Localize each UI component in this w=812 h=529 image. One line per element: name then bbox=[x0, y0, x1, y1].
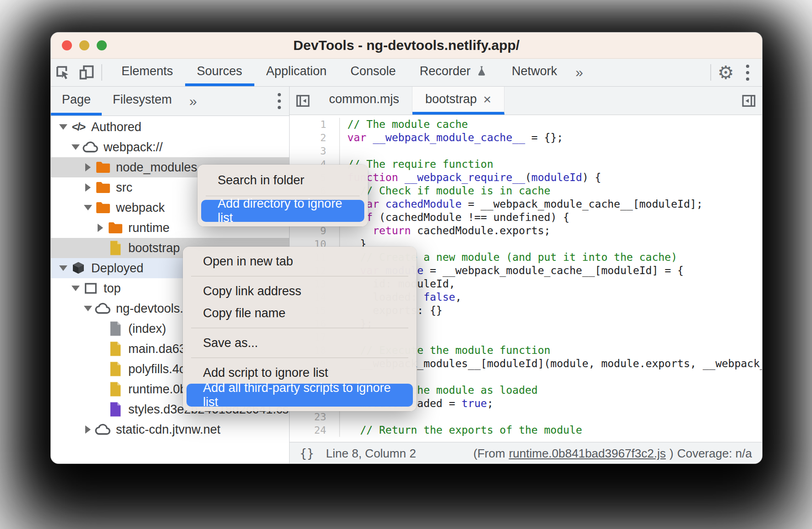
tab-label: Application bbox=[266, 64, 327, 78]
menu-item-copy-link-address[interactable]: Copy link address bbox=[183, 280, 417, 302]
sourcemap-from-suffix: ) bbox=[669, 446, 674, 461]
code-text bbox=[340, 410, 347, 424]
sidebar-more-tabs-icon[interactable]: » bbox=[183, 87, 203, 116]
window-title: DevTools - ng-devtools.netlify.app/ bbox=[51, 38, 762, 53]
line-number[interactable]: 24 bbox=[290, 424, 340, 437]
cloud-icon bbox=[94, 302, 112, 315]
menu-item-save-as-[interactable]: Save as... bbox=[183, 332, 417, 354]
disclosure-down-icon[interactable] bbox=[70, 286, 82, 291]
menu-separator bbox=[191, 358, 408, 358]
tab-network[interactable]: Network bbox=[500, 59, 569, 86]
toggle-navigator-icon[interactable] bbox=[290, 87, 316, 115]
sourcemap-file-link[interactable]: runtime.0b841bad3967f3c2.js bbox=[509, 446, 666, 461]
file-icon bbox=[106, 402, 125, 417]
tree-item-label: polyfills.4c bbox=[128, 362, 186, 376]
disclosure-right-icon[interactable] bbox=[82, 183, 94, 192]
sidebar-kebab-icon[interactable] bbox=[269, 88, 289, 114]
disclosure-down-icon[interactable] bbox=[82, 306, 94, 311]
menu-item-search-in-folder[interactable]: Search in folder bbox=[198, 168, 368, 192]
panel-tabs: ElementsSourcesApplicationConsoleRecorde… bbox=[110, 59, 569, 86]
disclosure-down-icon[interactable] bbox=[82, 205, 94, 210]
file-icon bbox=[106, 381, 125, 397]
line-number[interactable]: 3 bbox=[290, 144, 340, 158]
tab-elements[interactable]: Elements bbox=[110, 59, 185, 86]
tree-item-static-cdn-jtvnw-net[interactable]: static-cdn.jtvnw.net bbox=[51, 419, 289, 440]
code-line[interactable]: 2var __webpack_module_cache__ = {}; bbox=[290, 131, 762, 144]
editor-tab-common-mjs[interactable]: common.mjs bbox=[316, 87, 412, 115]
code-text: // Return the exports of the module bbox=[340, 424, 582, 437]
menu-separator bbox=[191, 328, 408, 328]
editor-tab-bootstrap[interactable]: bootstrap× bbox=[412, 87, 505, 115]
line-number[interactable]: 1 bbox=[290, 118, 340, 131]
code-text: function __webpack_require__(moduleId) { bbox=[340, 171, 601, 184]
tree-item-label: Deployed bbox=[91, 261, 143, 276]
code-text: // The module cache bbox=[340, 118, 468, 131]
disclosure-down-icon[interactable] bbox=[57, 265, 69, 271]
titlebar: DevTools - ng-devtools.netlify.app/ bbox=[51, 33, 762, 59]
sidebar-tab-filesystem[interactable]: Filesystem bbox=[102, 87, 183, 116]
editor-statusbar: {} Line 8, Column 2 (From runtime.0b841b… bbox=[290, 442, 762, 464]
disclosure-right-icon[interactable] bbox=[94, 224, 106, 232]
disclosure-right-icon[interactable] bbox=[82, 425, 94, 434]
tab-console[interactable]: Console bbox=[339, 59, 408, 86]
code-line[interactable]: 24 // Return the exports of the module bbox=[290, 424, 762, 437]
editor-tab-label: common.mjs bbox=[329, 92, 399, 106]
code-line[interactable]: 23 bbox=[290, 410, 762, 424]
menu-item-copy-file-name[interactable]: Copy file name bbox=[183, 302, 417, 324]
tab-label: Elements bbox=[121, 64, 173, 78]
inspect-icon[interactable] bbox=[51, 61, 75, 84]
tree-item-label: runtime bbox=[128, 221, 170, 235]
folder-context-menu: Search in folderAdd directory to ignore … bbox=[198, 165, 368, 226]
tree-item-webpack-[interactable]: webpack:// bbox=[51, 137, 289, 157]
tree-item-label: webpack:// bbox=[104, 140, 163, 154]
code-text: // Check if module is in cache bbox=[340, 184, 550, 198]
disclosure-right-icon[interactable] bbox=[82, 163, 94, 171]
file-icon bbox=[106, 341, 125, 357]
line-number[interactable]: 23 bbox=[290, 410, 340, 424]
flask-icon bbox=[475, 64, 488, 78]
pretty-print-icon[interactable]: {} bbox=[300, 446, 314, 460]
disclosure-down-icon[interactable] bbox=[57, 124, 69, 130]
code-text bbox=[340, 144, 347, 158]
kebab-icon[interactable] bbox=[738, 60, 757, 85]
tab-application[interactable]: Application bbox=[254, 59, 339, 86]
folder-icon bbox=[94, 181, 112, 194]
tab-label: Recorder bbox=[420, 64, 471, 78]
folder-icon bbox=[94, 160, 112, 174]
code-line[interactable]: 1// The module cache bbox=[290, 118, 762, 131]
tree-item-label: main.da63 bbox=[128, 342, 186, 356]
disclosure-down-icon[interactable] bbox=[70, 144, 82, 150]
menu-separator bbox=[191, 276, 408, 276]
code-icon: </> bbox=[69, 121, 88, 133]
code-line[interactable]: 3 bbox=[290, 144, 762, 158]
editor-tab-label: bootstrap bbox=[425, 92, 477, 106]
more-tabs-icon[interactable]: » bbox=[569, 65, 590, 80]
devtools-window: DevTools - ng-devtools.netlify.app/ Elem… bbox=[50, 32, 763, 464]
folder-icon bbox=[106, 221, 125, 235]
menu-item-open-in-new-tab[interactable]: Open in new tab bbox=[183, 250, 417, 272]
cloud-icon bbox=[94, 423, 112, 436]
menu-item-add-script-to-ignore-list[interactable]: Add script to ignore list bbox=[183, 362, 417, 384]
tab-sources[interactable]: Sources bbox=[185, 59, 254, 86]
toggle-debugger-sidebar-icon[interactable] bbox=[735, 87, 762, 115]
tree-item-label: (index) bbox=[128, 322, 166, 336]
code-text: var cachedModule = __webpack_module_cach… bbox=[340, 198, 702, 211]
toolbar-divider bbox=[101, 64, 102, 81]
tree-item-label: top bbox=[104, 281, 121, 296]
line-number[interactable]: 2 bbox=[290, 131, 340, 144]
tab-label: Sources bbox=[197, 64, 242, 78]
menu-item-add-all-third-party-scripts-to-ignore-list[interactable]: Add all third-party scripts to ignore li… bbox=[187, 384, 413, 407]
gear-icon[interactable]: ⚙ bbox=[714, 61, 738, 84]
device-toolbar-icon[interactable] bbox=[75, 61, 99, 84]
tab-recorder[interactable]: Recorder bbox=[408, 59, 500, 86]
tree-item-label: runtime.0b bbox=[128, 382, 187, 397]
navigator-tabs: PageFilesystem» bbox=[51, 87, 289, 116]
menu-item-add-directory-to-ignore-list[interactable]: Add directory to ignore list bbox=[201, 200, 364, 222]
tree-item-label: src bbox=[116, 181, 132, 195]
sidebar-tab-page[interactable]: Page bbox=[51, 87, 102, 116]
tree-item-authored[interactable]: </>Authored bbox=[51, 117, 289, 137]
tree-item-label: static-cdn.jtvnw.net bbox=[116, 423, 220, 437]
close-tab-icon[interactable]: × bbox=[483, 92, 492, 107]
editor-tabbar: common.mjsbootstrap× bbox=[290, 87, 762, 115]
tree-item-label: Authored bbox=[91, 120, 142, 134]
